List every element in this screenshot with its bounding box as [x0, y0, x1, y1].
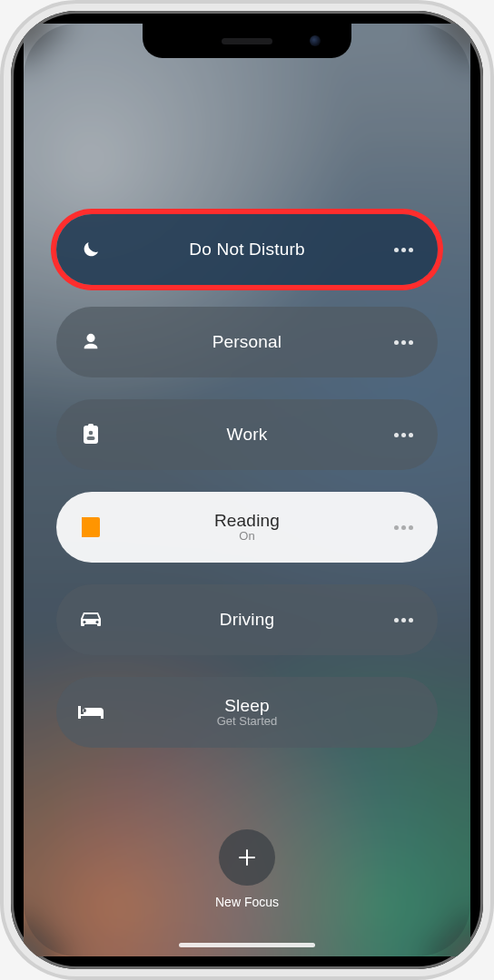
book-icon	[76, 517, 105, 537]
focus-label: Work	[105, 425, 389, 445]
screen: Do Not Disturb Personal	[24, 24, 470, 956]
ellipsis-icon	[394, 433, 413, 437]
focus-label-wrap: Reading On	[105, 511, 389, 544]
focus-label-wrap: Work	[105, 425, 389, 445]
ellipsis-icon	[394, 248, 413, 252]
ellipsis-icon	[394, 340, 413, 345]
ellipsis-icon	[394, 525, 413, 530]
focus-sublabel: Get Started	[105, 715, 389, 729]
new-focus-label: New Focus	[215, 895, 279, 909]
phone-frame: Do Not Disturb Personal	[11, 11, 483, 969]
plus-icon	[237, 848, 257, 867]
more-options-button[interactable]	[389, 248, 418, 252]
notch	[143, 24, 351, 58]
focus-label-wrap: Do Not Disturb	[105, 240, 389, 260]
focus-row-do-not-disturb[interactable]: Do Not Disturb	[56, 214, 438, 285]
new-focus-button[interactable]	[219, 829, 275, 886]
speaker-grille	[222, 38, 272, 44]
focus-label: Driving	[105, 610, 389, 630]
more-options-button[interactable]	[389, 525, 418, 530]
focus-modes-panel: Do Not Disturb Personal	[56, 214, 438, 748]
svg-rect-4	[82, 517, 85, 537]
focus-sublabel: On	[105, 530, 389, 544]
svg-point-2	[89, 431, 94, 436]
focus-row-reading[interactable]: Reading On	[56, 492, 438, 563]
focus-row-work[interactable]: Work	[56, 399, 438, 470]
bed-icon	[76, 704, 105, 720]
badge-icon	[76, 424, 105, 446]
front-camera	[310, 35, 321, 46]
focus-label: Reading	[105, 511, 389, 531]
svg-rect-1	[88, 424, 94, 427]
focus-row-personal[interactable]: Personal	[56, 307, 438, 377]
svg-rect-3	[87, 436, 95, 440]
new-focus-section: New Focus	[215, 829, 279, 909]
more-options-button[interactable]	[389, 618, 418, 622]
focus-label: Do Not Disturb	[105, 240, 389, 260]
more-options-button[interactable]	[389, 340, 418, 345]
moon-icon	[76, 239, 105, 260]
focus-label-wrap: Personal	[105, 332, 389, 352]
ellipsis-icon	[394, 618, 413, 622]
person-icon	[76, 332, 105, 352]
focus-label-wrap: Sleep Get Started	[105, 696, 389, 730]
home-indicator[interactable]	[179, 943, 315, 947]
focus-label-wrap: Driving	[105, 610, 389, 630]
focus-row-driving[interactable]: Driving	[56, 584, 438, 655]
focus-label: Sleep	[105, 696, 389, 716]
more-options-button[interactable]	[389, 433, 418, 437]
car-icon	[76, 611, 105, 629]
focus-row-sleep[interactable]: Sleep Get Started	[56, 677, 438, 748]
focus-label: Personal	[105, 332, 389, 352]
